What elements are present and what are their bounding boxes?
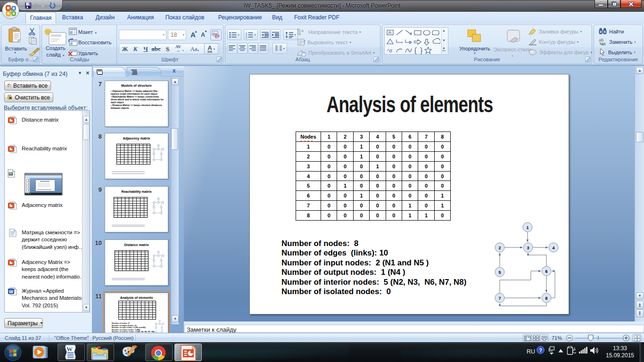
svg-text:3: 3 <box>246 35 247 38</box>
svg-text:Aа: Aа <box>213 32 217 35</box>
svg-text:2: 2 <box>498 246 501 250</box>
svg-text:A: A <box>301 29 304 33</box>
svg-text:6: 6 <box>545 269 547 274</box>
svg-text:?: ? <box>539 347 542 353</box>
svg-text:3: 3 <box>527 246 529 250</box>
svg-text:1: 1 <box>526 225 528 230</box>
svg-text:ac: ac <box>601 41 606 46</box>
svg-text:W: W <box>66 346 73 353</box>
svg-text:W: W <box>9 289 13 294</box>
svg-text:5: 5 <box>498 270 501 275</box>
svg-text:7: 7 <box>498 296 501 301</box>
svg-text:4: 4 <box>552 246 554 250</box>
svg-text:8: 8 <box>545 296 547 301</box>
